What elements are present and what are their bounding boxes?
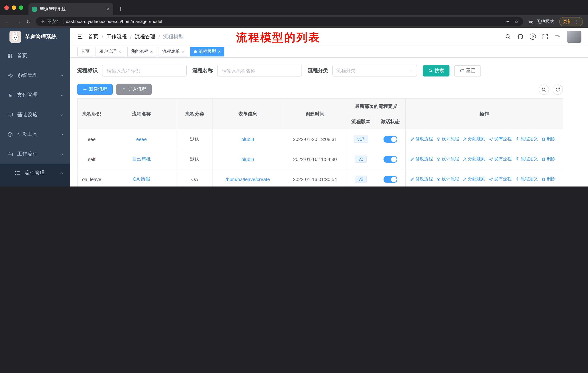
reload-button[interactable]: ↻ [26, 19, 31, 24]
sidebar-item-payment[interactable]: ¥ 支付管理 [0, 85, 70, 105]
publish-process-action[interactable]: 发布流程 [489, 136, 512, 142]
help-icon[interactable]: ? [530, 33, 536, 40]
breadcrumb-workflow[interactable]: 工作流程 [106, 33, 127, 40]
browser-menu-icon[interactable]: ⋮ [575, 19, 579, 24]
toggle-search-button[interactable] [539, 84, 549, 94]
tab-close-icon[interactable]: × [106, 6, 109, 12]
minimize-window-button[interactable] [12, 5, 16, 10]
incognito-icon [528, 19, 534, 24]
fullscreen-icon[interactable] [542, 33, 548, 40]
publish-process-action[interactable]: 发布流程 [489, 156, 512, 162]
process-name-input[interactable] [217, 65, 302, 77]
logo-avatar [10, 31, 21, 43]
user-icon [462, 157, 467, 161]
form-info-link[interactable]: biubiu [241, 136, 254, 142]
user-avatar[interactable] [567, 31, 581, 42]
active-toggle[interactable] [383, 156, 397, 163]
design-process-action[interactable]: 设计流程 [436, 176, 459, 182]
tags-bar: 首页 租户管理 × 我的流程 × 流程表单 × 流程模型 × [70, 46, 588, 58]
action-label: 修改流程 [415, 176, 433, 182]
cell-form-info: biubiu [212, 129, 283, 149]
delete-action[interactable]: 删除 [541, 156, 555, 162]
action-label: 修改流程 [415, 136, 433, 142]
address-bar[interactable]: 不安全 dashboard.yudao.iocoder.cn/bpm/manag… [36, 17, 523, 26]
tag-home[interactable]: 首页 [77, 47, 93, 56]
process-name-link[interactable]: eeee [136, 136, 147, 142]
col-created-time: 创建时间 [283, 99, 347, 129]
process-name-link[interactable]: 自己审批 [132, 156, 151, 162]
modify-process-action[interactable]: 修改流程 [410, 156, 433, 162]
tag-process-model[interactable]: 流程模型 × [190, 47, 224, 56]
close-icon[interactable]: × [181, 49, 184, 54]
menu-label: 工作流程 [17, 151, 38, 157]
tag-process-form[interactable]: 流程表单 × [158, 47, 188, 56]
sidebar-item-infrastructure[interactable]: 基础设施 [0, 105, 70, 125]
key-icon[interactable] [505, 19, 510, 24]
delete-action[interactable]: 删除 [541, 136, 555, 142]
bookmark-star-icon[interactable]: ☆ [514, 19, 519, 24]
design-icon [436, 137, 441, 141]
github-icon[interactable] [517, 33, 524, 40]
cell-process-key: eee [77, 129, 106, 149]
back-button[interactable]: ← [5, 19, 10, 24]
delete-action[interactable]: 删除 [541, 176, 555, 182]
process-definition-action[interactable]: 流程定义 [515, 176, 538, 182]
import-process-button[interactable]: 导入流程 [116, 84, 152, 95]
refresh-icon [460, 69, 464, 73]
form-info-link[interactable]: biubiu [241, 156, 254, 162]
modify-process-action[interactable]: 修改流程 [410, 136, 433, 142]
process-model-table: 流程标识 流程名称 流程分类 表单信息 创建时间 最新部署的流程定义 操作 流程… [77, 98, 563, 186]
sidebar-item-process-management[interactable]: 流程管理 [0, 164, 70, 182]
close-icon[interactable]: × [118, 49, 121, 54]
col-actions: 操作 [406, 99, 563, 129]
assign-rules-action[interactable]: 分配规则 [462, 156, 485, 162]
tag-tenant-management[interactable]: 租户管理 × [95, 47, 125, 56]
browser-tab[interactable]: 芋道管理系统 × [28, 3, 113, 15]
close-icon[interactable]: × [218, 49, 221, 54]
forward-button[interactable]: → [16, 19, 21, 24]
breadcrumb-home[interactable]: 首页 [88, 33, 98, 40]
assign-rules-action[interactable]: 分配规则 [462, 176, 485, 182]
cell-version: v17 [347, 129, 375, 149]
assign-rules-action[interactable]: 分配规则 [462, 136, 485, 142]
sidebar-item-workflow[interactable]: 工作流程 [0, 144, 70, 164]
refresh-table-button[interactable] [553, 84, 563, 94]
sidebar-item-home[interactable]: 首页 [0, 46, 70, 66]
create-process-button[interactable]: 新建流程 [77, 84, 113, 95]
sidebar-item-system[interactable]: 系统管理 [0, 66, 70, 85]
paperclip-icon [515, 177, 519, 181]
process-definition-action[interactable]: 流程定义 [515, 136, 538, 142]
close-window-button[interactable] [4, 5, 9, 10]
design-process-action[interactable]: 设计流程 [436, 156, 459, 162]
close-icon[interactable]: × [150, 49, 153, 54]
maximize-window-button[interactable] [19, 5, 23, 10]
process-key-input[interactable] [102, 65, 187, 77]
action-label: 删除 [547, 176, 555, 182]
breadcrumb-separator: / [102, 34, 103, 40]
action-label: 发布流程 [494, 156, 512, 162]
sidebar-item-process-form[interactable]: 流程表单 [0, 182, 70, 186]
publish-process-action[interactable]: 发布流程 [489, 176, 512, 182]
form-info-link[interactable]: /bpm/oa/leave/create [226, 176, 270, 182]
col-process-version: 流程版本 [347, 114, 375, 129]
search-button[interactable]: 搜索 [423, 65, 450, 76]
active-toggle[interactable] [383, 136, 397, 143]
update-button[interactable]: 更新 ⋮ [559, 17, 583, 26]
font-size-icon[interactable] [555, 33, 561, 40]
table-row: self自己审批默认biubiu2022-01-16 11:54:30v2修改流… [77, 149, 563, 169]
category-select[interactable]: 流程分类 [332, 65, 417, 77]
new-tab-button[interactable]: + [115, 4, 126, 14]
page-header: 首页 / 工作流程 / 流程管理 / 流程模型 ? [70, 28, 588, 46]
modify-process-action[interactable]: 修改流程 [410, 176, 433, 182]
sidebar: 芋道管理系统 首页 系统管理 ¥ 支付管理 [0, 28, 70, 186]
active-toggle[interactable] [383, 176, 397, 183]
design-process-action[interactable]: 设计流程 [436, 136, 459, 142]
reset-button[interactable]: 重置 [454, 65, 481, 76]
sidebar-collapse-icon[interactable] [77, 33, 83, 40]
search-icon[interactable] [505, 33, 511, 40]
breadcrumb-process-management[interactable]: 流程管理 [135, 33, 155, 40]
process-name-link[interactable]: OA 请假 [133, 176, 150, 182]
process-definition-action[interactable]: 流程定义 [515, 156, 538, 162]
sidebar-item-dev-tools[interactable]: 研发工具 [0, 125, 70, 144]
tag-my-process[interactable]: 我的流程 × [127, 47, 156, 56]
